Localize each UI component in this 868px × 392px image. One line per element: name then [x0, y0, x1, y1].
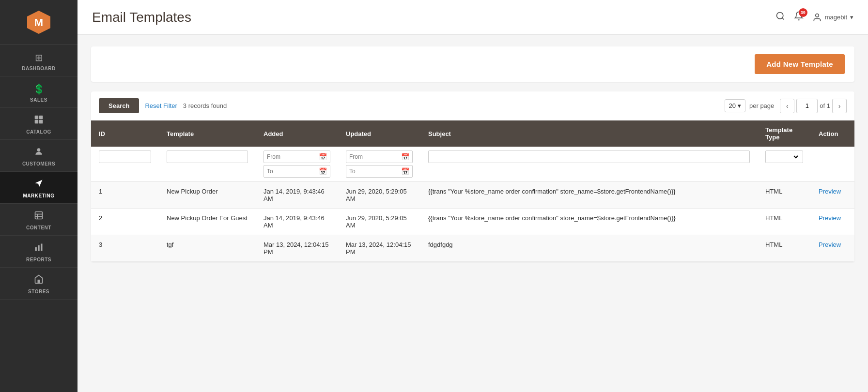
- svg-point-17: [815, 14, 819, 17]
- filter-type: HTML Text: [758, 147, 811, 182]
- row2-subject: {{trans "Your %store_name order confirma…: [420, 209, 758, 235]
- row2-updated: Jun 29, 2020, 5:29:05 AM: [338, 209, 420, 235]
- table-container: Search Reset Filter 3 records found 20 ▾…: [91, 91, 854, 262]
- added-from-date-wrap: 📅: [264, 151, 330, 163]
- notifications-icon[interactable]: 39: [794, 11, 804, 23]
- id-filter-input[interactable]: [99, 151, 151, 163]
- sidebar-item-label-stores: STORES: [28, 289, 49, 294]
- sidebar: M ⊞ DASHBOARD 💲 SALES CATALOG CUSTOMERS: [0, 0, 78, 392]
- sidebar-item-customers[interactable]: CUSTOMERS: [0, 140, 78, 172]
- updated-from-input[interactable]: [349, 153, 399, 160]
- pagination-controls: ‹ of 1 ›: [780, 99, 847, 113]
- row3-added: Mar 13, 2024, 12:04:15 PM: [256, 235, 338, 262]
- sidebar-item-sales[interactable]: 💲 SALES: [0, 76, 78, 108]
- calendar-icon-2[interactable]: 📅: [319, 167, 327, 175]
- svg-rect-14: [38, 280, 40, 283]
- svg-rect-13: [41, 244, 42, 251]
- svg-rect-7: [35, 212, 43, 219]
- prev-page-button[interactable]: ‹: [780, 99, 794, 113]
- row2-template-type: HTML: [758, 209, 811, 235]
- row1-preview-link[interactable]: Preview: [819, 188, 841, 195]
- calendar-icon-4[interactable]: 📅: [401, 167, 409, 175]
- svg-rect-5: [39, 120, 43, 124]
- filter-row: 📅 📅: [91, 147, 854, 182]
- search-bar: Search Reset Filter 3 records found 20 ▾…: [91, 91, 854, 121]
- email-templates-table: ID Template Added Updated Subject Templa…: [91, 121, 854, 262]
- records-found: 3 records found: [183, 102, 227, 109]
- search-button[interactable]: Search: [99, 98, 139, 113]
- page-total: of 1: [820, 102, 830, 109]
- row1-subject: {{trans "Your %store_name order confirma…: [420, 182, 758, 209]
- filter-id: [91, 147, 159, 182]
- subject-filter-input[interactable]: [428, 151, 750, 163]
- svg-point-6: [37, 148, 41, 151]
- row1-template-type: HTML: [758, 182, 811, 209]
- filter-added: 📅 📅: [256, 147, 338, 182]
- per-page-dropdown-icon: ▾: [738, 102, 741, 109]
- type-filter-select[interactable]: HTML Text: [769, 153, 800, 161]
- svg-rect-2: [35, 116, 39, 120]
- row1-template: New Pickup Order: [159, 182, 256, 209]
- notification-badge: 39: [799, 8, 807, 17]
- filter-action-empty: [811, 147, 854, 182]
- reports-icon: [34, 242, 44, 255]
- row3-preview-link[interactable]: Preview: [819, 241, 841, 248]
- per-page-select[interactable]: 20 ▾: [725, 99, 745, 112]
- filter-updated: 📅 📅: [338, 147, 420, 182]
- filter-subject: [420, 147, 758, 182]
- calendar-icon-3[interactable]: 📅: [401, 153, 409, 161]
- row1-action: Preview: [811, 182, 854, 209]
- table-header-row: ID Template Added Updated Subject Templa…: [91, 121, 854, 147]
- row2-action: Preview: [811, 209, 854, 235]
- row2-preview-link[interactable]: Preview: [819, 214, 841, 222]
- col-subject: Subject: [420, 121, 758, 147]
- filter-template: [159, 147, 256, 182]
- action-bar: Add New Template: [91, 46, 854, 82]
- col-added: Added: [256, 121, 338, 147]
- sidebar-item-reports[interactable]: REPORTS: [0, 236, 78, 268]
- added-to-input[interactable]: [267, 168, 317, 175]
- added-from-input[interactable]: [267, 153, 317, 160]
- customers-icon: [34, 147, 44, 159]
- page-title: Email Templates: [92, 10, 191, 25]
- row3-subject: fdgdfgdg: [420, 235, 758, 262]
- dashboard-icon: ⊞: [35, 52, 43, 63]
- per-page-value: 20: [729, 102, 736, 109]
- col-template: Template: [159, 121, 256, 147]
- sidebar-item-label-customers: CUSTOMERS: [22, 161, 55, 166]
- sidebar-item-content[interactable]: CONTENT: [0, 204, 78, 236]
- row3-template: tgf: [159, 235, 256, 262]
- sidebar-item-label-dashboard: DASHBOARD: [22, 66, 56, 71]
- svg-rect-11: [35, 247, 37, 251]
- add-template-button[interactable]: Add New Template: [755, 54, 845, 74]
- topbar: Email Templates 39 magebit ▾: [78, 0, 868, 35]
- sidebar-item-stores[interactable]: STORES: [0, 268, 78, 300]
- row2-id: 2: [91, 209, 159, 235]
- search-icon[interactable]: [775, 11, 785, 23]
- type-filter-select-wrap: HTML Text: [765, 151, 803, 163]
- next-page-button[interactable]: ›: [832, 99, 847, 113]
- col-id: ID: [91, 121, 159, 147]
- updated-to-input[interactable]: [349, 168, 399, 175]
- content-icon: [34, 211, 44, 223]
- sidebar-item-catalog[interactable]: CATALOG: [0, 108, 78, 140]
- main-content: Email Templates 39 magebit ▾ A: [78, 0, 868, 392]
- row3-template-type: HTML: [758, 235, 811, 262]
- per-page-controls: 20 ▾ per page: [725, 99, 775, 112]
- page-number-input[interactable]: [796, 99, 818, 113]
- sidebar-logo: M: [0, 0, 78, 45]
- user-icon: [812, 13, 822, 22]
- sidebar-item-dashboard[interactable]: ⊞ DASHBOARD: [0, 45, 78, 76]
- updated-to-date-wrap: 📅: [346, 165, 413, 178]
- content-area: Add New Template Search Reset Filter 3 r…: [78, 35, 868, 392]
- template-filter-input[interactable]: [167, 151, 248, 163]
- svg-rect-12: [38, 245, 39, 251]
- col-updated: Updated: [338, 121, 420, 147]
- user-name: magebit: [825, 14, 847, 21]
- row2-template: New Pickup Order For Guest: [159, 209, 256, 235]
- user-menu[interactable]: magebit ▾: [812, 13, 853, 22]
- sidebar-item-label-content: CONTENT: [26, 225, 51, 230]
- sidebar-item-marketing[interactable]: MARKETING: [0, 172, 78, 204]
- calendar-icon[interactable]: 📅: [319, 153, 327, 161]
- reset-filter-button[interactable]: Reset Filter: [145, 102, 177, 109]
